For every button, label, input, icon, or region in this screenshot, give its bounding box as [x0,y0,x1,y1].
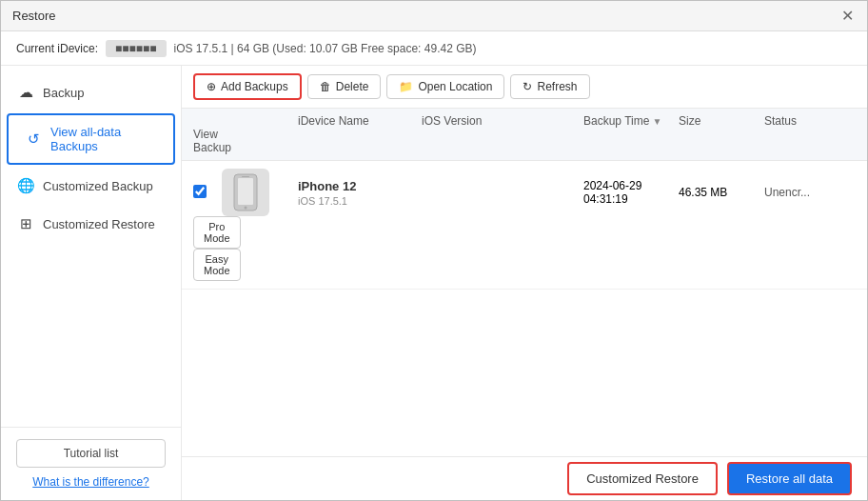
cloud-icon: ☁ [16,83,35,102]
refresh-icon: ↻ [523,80,532,93]
row-device-name: iPhone 12 [298,179,422,193]
refresh-button[interactable]: ↻ Refresh [510,74,589,99]
easy-mode-button[interactable]: Easy Mode [193,249,241,281]
refresh-circle-icon: ↺ [24,130,43,149]
open-location-label: Open Location [418,80,492,93]
sidebar-item-customized-restore[interactable]: ⊞ Customized Restore [1,205,181,243]
restore-all-data-button[interactable]: Restore all data [727,462,852,495]
device-bar: Current iDevice: ■■■■■■ iOS 17.5.1 | 64 … [1,31,867,66]
table-body: iPhone 12 iOS 17.5.1 2024-06-29 04:31:19… [182,161,867,456]
content-area: ⊕ Add Backups 🗑 Delete 📁 Open Location ↻… [182,66,867,456]
delete-label: Delete [336,80,369,93]
sidebar-item-customized-restore-label: Customized Restore [43,217,155,231]
row-device-name-cell: iPhone 12 iOS 17.5.1 [298,179,422,207]
device-thumbnail [222,169,269,216]
table-header: iDevice Name iOS Version Backup Time ▼ S… [182,109,867,161]
row-checkbox[interactable] [193,185,207,198]
col-view-backup: View Backup [193,128,222,154]
refresh-label: Refresh [537,80,577,93]
col-backup-time[interactable]: Backup Time ▼ [583,114,679,128]
footer: Customized Restore Restore all data [182,456,867,500]
row-status: Unencr... [764,186,867,199]
col-thumbnail [222,114,298,128]
grid-icon: ⊞ [16,214,35,233]
svg-rect-1 [238,178,253,205]
device-chip: ■■■■■■ [106,40,167,57]
sort-arrow-icon: ▼ [652,116,661,127]
sidebar-bottom: Tutorial list What is the difference? [1,427,181,500]
pro-mode-button[interactable]: Pro Mode [193,216,241,249]
folder-icon: 📁 [399,80,413,93]
sidebar-item-view-all[interactable]: ↺ View all-data Backups [7,113,175,165]
svg-point-2 [245,207,247,210]
row-size: 46.35 MB [679,186,764,199]
row-backup-time: 2024-06-29 04:31:19 [583,179,679,206]
row-check-cell[interactable] [193,185,222,201]
close-button[interactable]: ✕ [838,8,856,25]
main-window: Restore ✕ Current iDevice: ■■■■■■ iOS 17… [0,0,868,501]
open-location-button[interactable]: 📁 Open Location [386,74,504,99]
add-backups-button[interactable]: ⊕ Add Backups [193,73,302,100]
col-status: Status [764,114,867,128]
col-device-name: iDevice Name [298,114,422,128]
table-row: iPhone 12 iOS 17.5.1 2024-06-29 04:31:19… [182,161,867,290]
current-device-label: Current iDevice: [16,42,98,55]
device-info: iOS 17.5.1 | 64 GB (Used: 10.07 GB Free … [174,42,477,55]
sidebar-item-view-all-label: View all-data Backups [50,125,158,153]
customized-restore-button[interactable]: Customized Restore [567,462,718,495]
title-bar: Restore ✕ [1,1,867,31]
sidebar: ☁ Backup ↺ View all-data Backups 🌐 Custo… [1,66,182,500]
row-thumbnail-cell [222,169,298,216]
delete-button[interactable]: 🗑 Delete [307,74,382,99]
delete-icon: 🗑 [320,80,331,93]
sidebar-item-customized-backup[interactable]: 🌐 Customized Backup [1,167,181,205]
toolbar: ⊕ Add Backups 🗑 Delete 📁 Open Location ↻… [182,66,867,109]
col-ios-version: iOS Version [422,114,583,128]
sidebar-item-backup-label: Backup [43,86,84,100]
window-title: Restore [12,9,56,23]
globe-icon: 🌐 [16,176,35,195]
svg-rect-3 [242,176,249,177]
sidebar-item-backup[interactable]: ☁ Backup [1,73,181,111]
row-ios-version: iOS 17.5.1 [298,195,422,207]
col-check [193,114,222,128]
col-size: Size [679,114,764,128]
tutorial-list-button[interactable]: Tutorial list [16,439,166,468]
sidebar-item-customized-backup-label: Customized Backup [43,179,153,193]
difference-link[interactable]: What is the difference? [16,475,166,489]
row-actions: Pro Mode Easy Mode [193,216,222,281]
main-content: ☁ Backup ↺ View all-data Backups 🌐 Custo… [1,66,867,500]
add-backups-label: Add Backups [221,80,288,93]
plus-icon: ⊕ [207,80,216,93]
content-wrapper: ⊕ Add Backups 🗑 Delete 📁 Open Location ↻… [182,66,867,500]
